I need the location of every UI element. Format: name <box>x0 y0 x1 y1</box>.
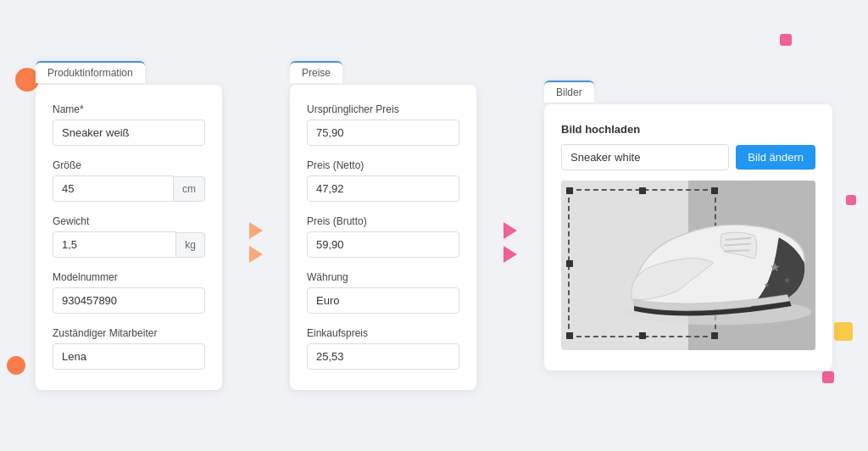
arrow-icon-4 <box>504 246 517 263</box>
card-product-info-body: Name* Größe cm Gewicht kg <box>36 85 222 390</box>
input-grosse[interactable] <box>53 175 174 202</box>
form-group-preis-netto: Preis (Netto) <box>307 159 459 202</box>
input-with-unit-grosse: cm <box>53 175 205 202</box>
input-einkaufspreis[interactable] <box>307 343 459 370</box>
card-product-info-tab: Produktinformation <box>36 61 145 83</box>
card-images: Bilder Bild hochladen Bild ändern <box>544 104 832 370</box>
input-ursprunglicher-preis[interactable] <box>307 120 459 146</box>
input-preis-netto[interactable] <box>307 175 459 202</box>
svg-text:★: ★ <box>770 261 781 274</box>
upload-section-label: Bild hochladen <box>561 123 815 136</box>
form-group-preis-brutto: Preis (Brutto) <box>307 215 459 258</box>
image-upload-row: Bild ändern <box>561 144 815 170</box>
form-group-wahrung: Währung <box>307 271 459 314</box>
arrow-icon-1 <box>249 222 263 239</box>
label-gewicht: Gewicht <box>53 215 205 227</box>
input-wahrung[interactable] <box>307 287 459 314</box>
label-name: Name* <box>53 103 205 115</box>
form-group-name: Name* <box>53 103 205 146</box>
form-group-gewicht: Gewicht kg <box>53 215 205 258</box>
label-preis-netto: Preis (Netto) <box>307 159 459 171</box>
arrow-icon-3 <box>504 222 517 239</box>
unit-gewicht: kg <box>176 232 205 258</box>
arrow-icon-2 <box>249 246 263 263</box>
label-wahrung: Währung <box>307 271 459 283</box>
tab-label-preise: Preise <box>302 67 331 79</box>
label-grosse: Größe <box>53 159 205 171</box>
svg-text:★: ★ <box>783 276 791 285</box>
page-wrapper: Produktinformation Name* Größe cm Gewich… <box>0 0 868 451</box>
svg-line-5 <box>724 250 748 251</box>
input-preis-brutto[interactable] <box>307 231 459 258</box>
input-gewicht[interactable] <box>53 231 176 258</box>
input-mitarbeiter[interactable] <box>53 343 205 370</box>
card-prices-tab: Preise <box>290 61 342 83</box>
image-preview-container: ★ ★ ★ <box>561 181 815 350</box>
label-preis-brutto: Preis (Brutto) <box>307 215 459 227</box>
image-filename-input[interactable] <box>561 144 729 170</box>
card-prices: Preise Ursprünglicher Preis Preis (Netto… <box>290 85 476 390</box>
form-group-grosse: Größe cm <box>53 159 205 202</box>
input-modelnummer[interactable] <box>53 287 205 314</box>
btn-change-image[interactable]: Bild ändern <box>736 145 815 170</box>
form-group-mitarbeiter: Zuständiger Mitarbeiter <box>53 327 205 370</box>
card-prices-body: Ursprünglicher Preis Preis (Netto) Preis… <box>290 85 476 390</box>
card-images-tab: Bilder <box>544 81 594 103</box>
card-product-info: Produktinformation Name* Größe cm Gewich… <box>36 85 222 390</box>
arrow-between-1 <box>249 188 263 263</box>
unit-grosse: cm <box>174 176 205 202</box>
label-modelnummer: Modelnummer <box>53 271 205 283</box>
tab-label-bilder: Bilder <box>556 86 582 98</box>
tab-label-produktinformation: Produktinformation <box>47 67 133 79</box>
image-preview-bg: ★ ★ ★ <box>561 181 815 350</box>
arrow-between-2 <box>504 188 517 263</box>
label-ursprunglicher-preis: Ursprünglicher Preis <box>307 103 459 115</box>
label-mitarbeiter: Zuständiger Mitarbeiter <box>53 327 205 339</box>
input-name[interactable] <box>53 120 205 146</box>
input-with-unit-gewicht: kg <box>53 231 205 258</box>
card-images-body: Bild hochladen Bild ändern <box>544 104 832 370</box>
form-group-ursprunglicher-preis: Ursprünglicher Preis <box>307 103 459 146</box>
form-group-einkaufspreis: Einkaufspreis <box>307 327 459 370</box>
sneaker-svg: ★ ★ ★ <box>587 185 815 332</box>
svg-text:★: ★ <box>764 281 770 289</box>
sneaker-illustration: ★ ★ ★ <box>587 185 815 350</box>
form-group-modelnummer: Modelnummer <box>53 271 205 314</box>
label-einkaufspreis: Einkaufspreis <box>307 327 459 339</box>
